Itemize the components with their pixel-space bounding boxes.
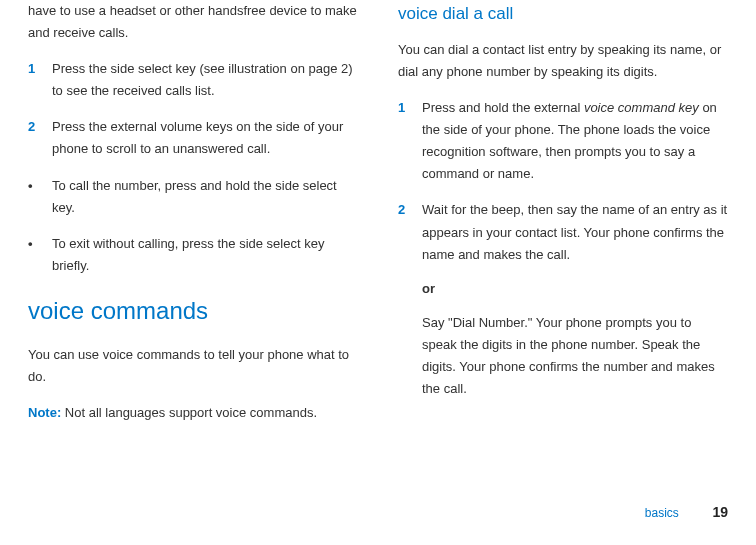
footer-section-label: basics [645,506,679,520]
step-number: 2 [398,199,422,400]
bullet-item: • To exit without calling, press the sid… [28,233,358,277]
section-heading-voice-commands: voice commands [28,291,358,332]
step-number: 2 [28,116,52,160]
bullet-icon: • [28,233,52,277]
step-body: Wait for the beep, then say the name of … [422,199,728,400]
note-para: Note: Not all languages support voice co… [28,402,358,424]
sub-heading-voice-dial: voice dial a call [398,0,728,29]
page-footer: basics 19 [28,481,728,525]
step-2: 2 Press the external volume keys on the … [28,116,358,160]
sub-desc: You can dial a contact list entry by spe… [398,39,728,83]
alt-text: Say "Dial Number." Your phone prompts yo… [422,312,728,400]
bullet-icon: • [28,175,52,219]
note-label: Note: [28,405,61,420]
or-label: or [422,278,728,300]
step-2: 2 Wait for the beep, then say the name o… [398,199,728,400]
step-number: 1 [398,97,422,185]
bullet-text: To call the number, press and hold the s… [52,175,358,219]
step-number: 1 [28,58,52,102]
step-text: Press and hold the external voice comman… [422,97,728,185]
bullet-item: • To call the number, press and hold the… [28,175,358,219]
step-text: Press the side select key (see illustrat… [52,58,358,102]
step-1: 1 Press and hold the external voice comm… [398,97,728,185]
step-text: Wait for the beep, then say the name of … [422,199,728,265]
footer-page-number: 19 [712,504,728,520]
right-column: voice dial a call You can dial a contact… [398,0,728,481]
intro-para: have to use a headset or other handsfree… [28,0,358,44]
step-text-prefix: Press and hold the external [422,100,584,115]
note-text: Not all languages support voice commands… [61,405,317,420]
bullet-text: To exit without calling, press the side … [52,233,358,277]
step-text: Press the external volume keys on the si… [52,116,358,160]
step-1: 1 Press the side select key (see illustr… [28,58,358,102]
left-column: have to use a headset or other handsfree… [28,0,358,481]
content-columns: have to use a headset or other handsfree… [28,0,728,481]
section-desc: You can use voice commands to tell your … [28,344,358,388]
italic-term: voice command key [584,100,699,115]
